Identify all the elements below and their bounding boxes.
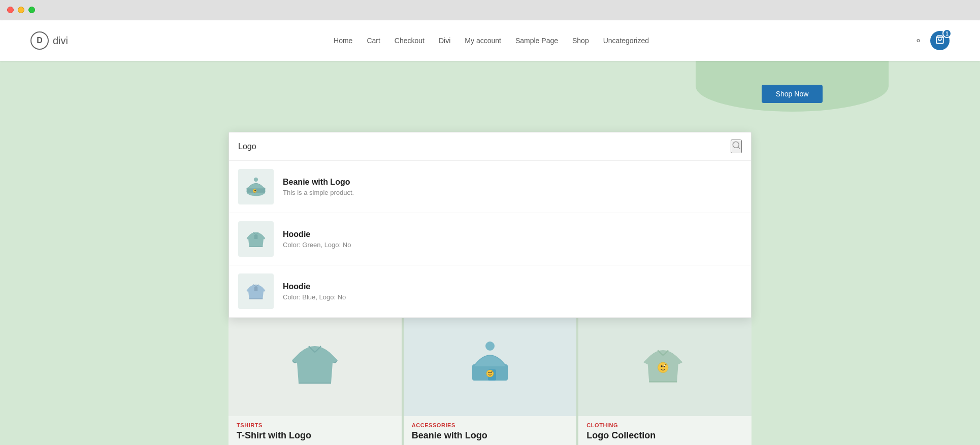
- result-info-beanie: Beanie with Logo This is a simple produc…: [283, 178, 742, 196]
- products-section: TSHIRTS T-Shirt with Logo: [228, 315, 752, 445]
- logo-letter: D: [37, 36, 43, 45]
- search-bar: [229, 132, 751, 161]
- nav-uncategorized[interactable]: Uncategorized: [603, 37, 649, 45]
- product-card-info-beanie: ACCESSORIES Beanie with Logo: [404, 416, 577, 445]
- nav-shop[interactable]: Shop: [572, 37, 589, 45]
- product-category-tshirts: TSHIRTS: [237, 422, 394, 428]
- product-title-beanie: Beanie with Logo: [412, 430, 569, 441]
- product-card-logo-collection[interactable]: CLOTHING Logo Collection: [576, 315, 752, 445]
- svg-line-2: [738, 147, 739, 148]
- nav-checkout[interactable]: Checkout: [395, 37, 424, 45]
- traffic-light-red[interactable]: [7, 7, 14, 13]
- product-title-logo-collection: Logo Collection: [586, 430, 743, 441]
- svg-rect-9: [254, 235, 258, 239]
- product-card-beanie-logo[interactable]: ACCESSORIES Beanie with Logo: [402, 315, 577, 445]
- result-name-hoodie-blue: Hoodie: [283, 282, 742, 291]
- result-thumb-beanie: [238, 169, 274, 204]
- svg-point-17: [658, 362, 668, 373]
- result-desc-hoodie-green: Color: Green, Logo: No: [283, 241, 742, 249]
- cart-button[interactable]: 1: [930, 31, 950, 50]
- search-icon: ⚬: [914, 35, 922, 46]
- svg-point-5: [254, 178, 258, 182]
- product-category-accessories: ACCESSORIES: [412, 422, 569, 428]
- site-logo[interactable]: D divi: [30, 31, 68, 50]
- site-header: D divi Home Cart Checkout Divi My accoun…: [0, 20, 980, 61]
- svg-point-18: [661, 365, 662, 367]
- svg-rect-10: [254, 287, 258, 291]
- cart-icon: [935, 35, 944, 46]
- product-image-logo-collection: [578, 315, 752, 416]
- main-nav: Home Cart Checkout Divi My account Sampl…: [334, 37, 649, 45]
- svg-point-15: [488, 372, 489, 373]
- svg-point-12: [485, 341, 495, 351]
- nav-divi[interactable]: Divi: [439, 37, 450, 45]
- traffic-light-yellow[interactable]: [18, 7, 24, 13]
- result-name-beanie: Beanie with Logo: [283, 178, 742, 187]
- nav-my-account[interactable]: My account: [465, 37, 501, 45]
- logo-circle: D: [30, 31, 49, 50]
- search-container: Beanie with Logo This is a simple produc…: [228, 132, 752, 318]
- result-thumb-hoodie-blue: [238, 273, 274, 309]
- product-card-tshirt-logo[interactable]: TSHIRTS T-Shirt with Logo: [228, 315, 402, 445]
- page-background: Shop Now: [0, 61, 980, 445]
- logo-text: divi: [53, 35, 68, 47]
- nav-cart[interactable]: Cart: [367, 37, 380, 45]
- result-desc-hoodie-blue: Color: Blue, Logo: No: [283, 293, 742, 301]
- search-submit-button[interactable]: [731, 140, 742, 153]
- result-info-hoodie-blue: Hoodie Color: Blue, Logo: No: [283, 282, 742, 301]
- product-title-tshirt: T-Shirt with Logo: [237, 430, 394, 441]
- product-category-clothing: CLOTHING: [586, 422, 743, 428]
- result-desc-beanie: This is a simple product.: [283, 189, 742, 196]
- product-image-tshirt: [228, 315, 402, 416]
- result-name-hoodie-green: Hoodie: [283, 230, 742, 239]
- search-result-hoodie-green[interactable]: Hoodie Color: Green, Logo: No: [229, 213, 751, 265]
- search-result-beanie-logo[interactable]: Beanie with Logo This is a simple produc…: [229, 161, 751, 213]
- result-thumb-hoodie-green: [238, 221, 274, 257]
- header-search-button[interactable]: ⚬: [914, 35, 922, 46]
- hero-button[interactable]: Shop Now: [762, 85, 823, 103]
- svg-point-20: [664, 365, 665, 366]
- product-card-info-logo-collection: CLOTHING Logo Collection: [578, 416, 752, 445]
- search-results: Beanie with Logo This is a simple produc…: [229, 161, 751, 318]
- nav-sample-page[interactable]: Sample Page: [515, 37, 558, 45]
- window-chrome: [0, 0, 980, 20]
- product-card-info-tshirt: TSHIRTS T-Shirt with Logo: [228, 416, 402, 445]
- search-input[interactable]: [238, 142, 731, 151]
- cart-badge: 1: [942, 29, 952, 38]
- search-result-hoodie-blue[interactable]: Hoodie Color: Blue, Logo: No: [229, 265, 751, 318]
- svg-point-8: [255, 190, 256, 191]
- svg-point-7: [254, 190, 255, 191]
- hero-oval: Shop Now: [696, 61, 889, 112]
- result-info-hoodie-green: Hoodie Color: Green, Logo: No: [283, 230, 742, 249]
- traffic-light-green[interactable]: [28, 7, 35, 13]
- product-image-beanie: [404, 315, 577, 416]
- nav-actions: ⚬ 1: [914, 31, 950, 50]
- svg-point-14: [486, 370, 494, 377]
- nav-home[interactable]: Home: [334, 37, 352, 45]
